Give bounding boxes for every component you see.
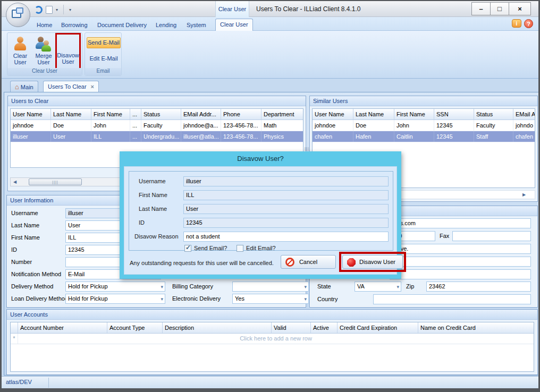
tab-home[interactable]: Home [32,20,56,31]
dialog-id-label: ID [139,219,145,226]
refresh-icon[interactable] [35,6,43,14]
dialog-warning-text: Any outstanding requests for this user w… [130,260,274,266]
address2-field[interactable] [390,257,531,267]
merge-user-button[interactable]: Merge User [32,35,55,69]
stop-sign-icon [347,258,356,267]
column-header: Account Number [18,322,107,333]
state-dropdown[interactable]: VA [355,282,401,292]
dialog-last-name-label: Last Name [139,206,167,212]
tab-system[interactable]: System [182,20,210,31]
username-label: Username [11,210,38,216]
loan-delivery-method-label: Loan Delivery Method [11,295,68,302]
cell: Hafen [353,131,394,142]
edit-email-checkbox[interactable] [237,245,243,252]
notification-method-label: Notification Method [11,271,61,277]
zip-field[interactable]: 23462 [426,282,531,292]
application-button[interactable] [6,3,30,27]
table-row[interactable]: chafenHafenCaitlin12345Staffchafen [313,131,535,142]
home-icon: ⌂ [15,83,19,91]
merge-users-icon [37,37,50,52]
column-header: First Name [394,109,434,120]
address-field-fragment[interactable]: d Ave. [390,244,531,254]
billing-category-dropdown[interactable] [232,282,309,292]
email-field-fragment[interactable]: -sys.com [390,218,531,228]
minimize-button[interactable]: – [471,2,491,15]
cell: 123-456-78... [221,131,261,142]
dialog-id-field[interactable]: 12345 [183,218,389,228]
help-icon[interactable]: ? [524,19,533,28]
disavow-user-button[interactable]: Disavow User [55,33,81,70]
column-header: EMail A [513,109,535,120]
column-header: Description [163,322,272,333]
new-row-marker-icon: * [11,334,18,344]
dialog-disavow-reason-field[interactable]: not a student [183,232,389,242]
ribbon-group-email: Send E-Mail Edit E-Mail Email [85,32,122,76]
cell: johndo [513,120,535,131]
tab-document-delivery[interactable]: Document Delivery [93,20,151,31]
feedback-icon[interactable]: i [512,19,521,28]
tab-clear-user[interactable]: Clear User [215,19,253,31]
city-field-fragment[interactable]: h [390,269,531,279]
status-server-label: atlas/DEV [6,379,32,385]
similar-users-title: Similar Users [310,96,537,106]
state-label: State [317,283,331,289]
cell: ILL [91,131,130,142]
cancel-button[interactable]: Cancel [281,255,336,269]
dialog-last-name-field[interactable]: User [183,204,389,214]
cell: illuser@atla... [181,131,221,142]
cell: Physics [261,131,303,142]
fax-field[interactable] [452,231,531,241]
cell: chafen [313,131,353,142]
ribbon: Clear User Merge User Disavow User Clear… [2,31,538,79]
quick-access-options-icon[interactable]: ▾ [69,7,71,12]
loan-delivery-method-dropdown[interactable]: Hold for Pickup [65,294,165,304]
tab-close-icon[interactable]: × [91,83,94,90]
cell: User [51,131,91,142]
column-header: Last Name [51,109,91,120]
cell: Doe [353,120,394,131]
disavow-dialog: Disavow User? Username illuser First Nam… [120,151,401,279]
country-label: Country [317,296,338,302]
new-document-dropdown-icon[interactable]: ▾ [56,7,58,12]
clear-user-button[interactable]: Clear User [9,35,32,69]
tab-lending[interactable]: Lending [151,20,181,31]
cell: 123-456-78... [221,120,261,131]
table-row[interactable]: johndoeDoeJohn12345Facultyjohndo [313,120,535,131]
dialog-disavow-button[interactable]: Disavow User [342,255,403,269]
table-row[interactable]: illuserUserILL...Undergradu...illuser@at… [11,131,303,142]
cell: 12345 [434,120,474,131]
dialog-first-name-field[interactable]: ILL [183,190,389,200]
app-logo-icon [16,7,23,14]
scroll-right-icon[interactable]: ▶ [520,192,528,197]
electronic-delivery-dropdown[interactable]: Yes [232,294,309,304]
edit-email-button[interactable]: Edit E-Mail [87,55,121,62]
user-accounts-header: Account NumberAccount TypeDescriptionVal… [18,322,534,334]
tab-main[interactable]: ⌂Main [10,81,38,92]
table-row[interactable]: johndoeDoeJohn...Facultyjohndoe@a...123-… [11,120,303,131]
cancel-icon [285,258,294,267]
cell: Undergradu... [141,131,181,142]
number-label: Number [11,259,32,265]
add-new-row[interactable]: * Click here to add a new row [11,334,534,344]
tab-users-to-clear[interactable]: Users To Clear× [43,81,99,92]
table-header-row: User NameLast NameFirst NameSSNStatusEMa… [313,109,535,120]
table-header-row: Account NumberAccount TypeDescriptionVal… [18,322,534,334]
tab-borrowing[interactable]: Borrowing [57,20,92,31]
maximize-button[interactable]: □ [490,2,509,15]
scrollbar-thumb[interactable]: |||| [29,178,82,185]
app-window: ▾ ▾ Clear User Users To Clear - ILLiad C… [0,0,540,392]
country-field[interactable] [373,294,531,304]
send-email-checkbox[interactable] [184,245,191,252]
status-bar: atlas/DEV [2,376,538,388]
send-email-button[interactable]: Send E-Mail [87,37,121,48]
delivery-method-dropdown[interactable]: Hold for Pickup [65,282,165,292]
add-new-row-text[interactable]: Click here to add a new row [18,334,534,344]
column-header: User Name [313,109,353,120]
column-header: Status [141,109,181,120]
dialog-username-field[interactable]: illuser [183,176,389,186]
dialog-title: Disavow User? [120,151,401,166]
new-document-icon[interactable] [46,6,53,14]
close-button[interactable]: × [509,2,531,15]
scroll-left-icon[interactable]: ◀ [11,180,19,184]
cell: johndoe [11,120,51,131]
